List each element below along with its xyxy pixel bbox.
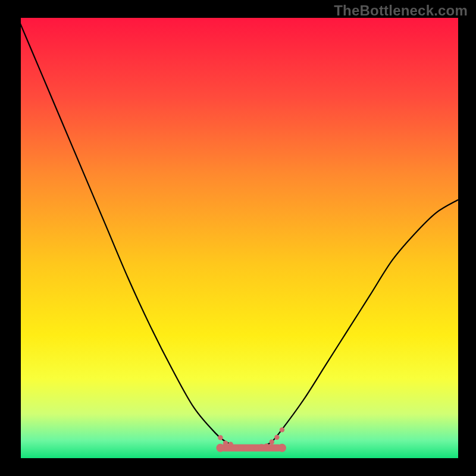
curve-svg [18,18,458,458]
plot-area [18,18,458,458]
marker-dot [259,444,264,449]
marker-dot [223,441,228,446]
marker-dot [239,444,243,449]
marker-dot [270,440,274,444]
marker-dot [228,441,233,446]
marker-dot [264,443,269,448]
bottleneck-curve [18,18,458,447]
marker-dot [243,446,248,451]
marker-end-dot [216,444,224,452]
marker-dot [249,444,253,449]
marker-dot [254,446,259,451]
marker-end-dot [278,444,286,452]
watermark-text: TheBottleneck.com [334,2,468,19]
marker-dot [233,445,238,450]
chart-stage: TheBottleneck.com [0,0,476,476]
marker-group [216,427,286,452]
marker-dot [274,435,279,440]
marker-dot [280,427,284,432]
marker-dot [218,435,223,440]
